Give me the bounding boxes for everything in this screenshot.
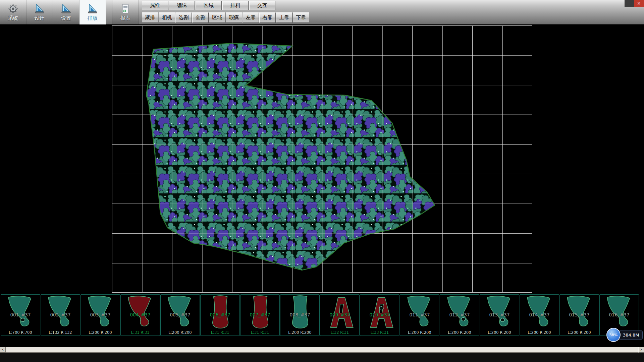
tab-region[interactable]: 区域 <box>196 1 222 10</box>
piece-id: 016_#37 <box>600 312 639 317</box>
piece-counts: L:700 R:700 <box>1 330 40 335</box>
piece-counts: L:200 R:200 <box>560 330 599 335</box>
piece-counts: L:200 R:200 <box>280 330 319 335</box>
btn-select-cut[interactable]: 选割 <box>175 12 192 23</box>
btn-region[interactable]: 区域 <box>209 12 225 23</box>
piece-thumbnail[interactable]: 008_#37L:200 R:200 <box>280 294 320 336</box>
piece-id: 002_#37 <box>41 312 80 317</box>
minimize-button[interactable]: – <box>625 0 634 7</box>
btn-design[interactable]: 设计 <box>26 0 53 24</box>
progress-badge: 38% <box>606 328 621 342</box>
piece-thumbnail[interactable]: 006_#37L:31 R:31 <box>200 294 240 336</box>
piece-thumbnail[interactable]: 009_#37L:32 R:31 <box>320 294 360 336</box>
toolbar-label: 设置 <box>61 15 71 21</box>
piece-id: 007_#37 <box>240 312 279 317</box>
btn-camera[interactable]: 相机 <box>159 12 175 23</box>
piece-thumbnail[interactable]: 012_#37L:200 R:200 <box>440 294 479 336</box>
layout-icon <box>87 3 98 14</box>
piece-id: 001_#37 <box>1 312 40 317</box>
toolbar-label: 排版 <box>88 15 98 21</box>
menu-tab-bar: 属性编辑区域排料交互 <box>142 1 275 10</box>
piece-id: 014_#37 <box>520 312 559 317</box>
toolbar-label: 报表 <box>120 15 130 21</box>
horizontal-scrollbar[interactable]: ‹ › <box>0 347 644 353</box>
btn-report[interactable]: 报表 <box>112 0 139 24</box>
piece-counts: L:31 R:31 <box>201 330 239 335</box>
design-icon <box>34 3 45 14</box>
piece-counts: L:200 R:200 <box>440 330 479 335</box>
piece-counts: L:31 R:31 <box>121 330 160 335</box>
piece-id: 015_#37 <box>560 312 599 317</box>
piece-thumbnail[interactable]: 007_#37L:31 R:31 <box>240 294 280 336</box>
leather-hide[interactable] <box>0 24 644 294</box>
hide-outline <box>146 43 435 270</box>
btn-layout[interactable]: 排版 <box>79 0 106 24</box>
piece-counts: L:200 R:200 <box>400 330 439 335</box>
tab-edit[interactable]: 编辑 <box>169 1 195 10</box>
status-area <box>0 353 644 362</box>
memory-indicator: 38% 384.8M <box>606 328 643 342</box>
piece-thumbnail[interactable]: 005_#37L:200 R:200 <box>160 294 200 336</box>
btn-system[interactable]: 系统 <box>0 0 26 24</box>
piece-id: 006_#37 <box>201 312 239 317</box>
toolbar-label: 系统 <box>8 15 18 21</box>
settings-icon <box>61 3 71 14</box>
top-toolbar: 系统设计设置排版报表 属性编辑区域排料交互 聚排相机选割全割区域瑕疵左靠右靠上靠… <box>0 0 644 24</box>
scrollbar-thumb[interactable] <box>6 347 638 353</box>
scroll-left-arrow[interactable]: ‹ <box>0 347 6 353</box>
hide-svg[interactable] <box>0 24 644 294</box>
scroll-right-arrow[interactable]: › <box>638 347 644 353</box>
piece-id: 010_#37 <box>360 312 399 317</box>
gear-icon <box>8 3 18 14</box>
window-controls: – ✕ <box>625 0 644 7</box>
piece-list: 001_#37L:700 R:700002_#37L:132 R:132003_… <box>0 294 644 336</box>
piece-counts: L:31 R:31 <box>240 330 279 335</box>
piece-counts: L:200 R:200 <box>480 330 519 335</box>
piece-id: 012_#37 <box>440 312 479 317</box>
piece-thumbnail[interactable]: 003_#37L:200 R:200 <box>80 294 120 336</box>
app-window: 系统设计设置排版报表 属性编辑区域排料交互 聚排相机选割全割区域瑕疵左靠右靠上靠… <box>0 0 644 362</box>
btn-cluster-nest[interactable]: 聚排 <box>142 12 158 23</box>
piece-thumbnail[interactable]: 010_#37L:33 R:31 <box>360 294 399 336</box>
piece-id: 011_#37 <box>400 312 439 317</box>
tab-nesting[interactable]: 排料 <box>222 1 249 10</box>
piece-id: 005_#37 <box>161 312 200 317</box>
piece-thumbnail[interactable]: 001_#37L:700 R:700 <box>1 294 40 336</box>
tab-properties[interactable]: 属性 <box>142 1 168 10</box>
piece-thumbnail[interactable]: 013_#37L:200 R:200 <box>480 294 519 336</box>
piece-thumbnail[interactable]: 004_#37L:31 R:31 <box>120 294 160 336</box>
piece-counts: L:200 R:200 <box>520 330 559 335</box>
main-toolbar: 系统设计设置排版报表 <box>0 0 139 24</box>
btn-settings[interactable]: 设置 <box>53 0 79 24</box>
btn-defect[interactable]: 瑕疵 <box>226 12 242 23</box>
piece-id: 004_#37 <box>121 312 160 317</box>
piece-id: 009_#37 <box>320 312 359 317</box>
piece-counts: L:200 R:200 <box>81 330 120 335</box>
piece-counts: L:200 R:200 <box>161 330 200 335</box>
piece-counts: L:32 R:31 <box>320 330 359 335</box>
close-button[interactable]: ✕ <box>634 0 644 7</box>
piece-counts: L:132 R:132 <box>41 330 80 335</box>
piece-thumbnail[interactable]: 015_#37L:200 R:200 <box>559 294 599 336</box>
btn-align-top[interactable]: 上靠 <box>276 12 292 23</box>
tool-button-bar: 聚排相机选割全割区域瑕疵左靠右靠上靠下靠 <box>142 12 309 23</box>
piece-thumbnail[interactable]: 014_#37L:200 R:200 <box>520 294 559 336</box>
btn-cut-all[interactable]: 全割 <box>192 12 209 23</box>
btn-align-left[interactable]: 左靠 <box>243 12 259 23</box>
nesting-canvas[interactable] <box>0 24 644 294</box>
piece-thumbnail[interactable]: 002_#37L:132 R:132 <box>41 294 80 336</box>
piece-counts: L:33 R:31 <box>360 330 399 335</box>
report-icon <box>120 3 131 14</box>
toolbar-label: 设计 <box>35 15 45 21</box>
piece-id: 003_#37 <box>81 312 120 317</box>
btn-align-bottom[interactable]: 下靠 <box>293 12 309 23</box>
piece-id: 013_#37 <box>480 312 519 317</box>
piece-thumbnail[interactable]: 011_#37L:200 R:200 <box>400 294 439 336</box>
memory-value: 384.8M <box>618 330 643 340</box>
btn-align-right[interactable]: 右靠 <box>259 12 276 23</box>
tab-interaction[interactable]: 交互 <box>249 1 275 10</box>
piece-id: 008_#37 <box>280 312 319 317</box>
